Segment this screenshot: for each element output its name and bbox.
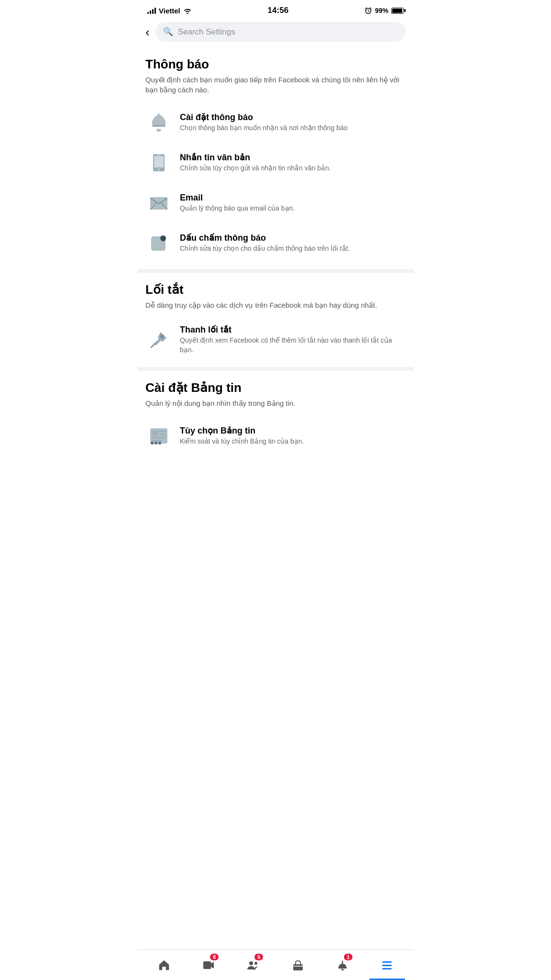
- status-bar: Viettel 14:56 99%: [138, 0, 413, 18]
- video-badge: 8: [210, 954, 219, 960]
- svg-rect-5: [154, 156, 164, 167]
- time-label: 14:56: [268, 6, 288, 15]
- setting-info-nhan-tin-van-ban: Nhắn tin văn bản Chỉnh sửa tùy chọn gửi …: [180, 152, 406, 173]
- friends-tab-icon: [247, 959, 259, 971]
- alarm-icon: [364, 7, 372, 14]
- bell-icon: [145, 109, 172, 136]
- svg-rect-16: [159, 431, 165, 432]
- badge-icon: [145, 230, 172, 256]
- divider-2: [138, 367, 413, 371]
- notifications-tab-icon: [336, 959, 349, 971]
- svg-point-18: [151, 442, 154, 445]
- svg-point-19: [154, 442, 157, 445]
- setting-name-dau-cham: Dấu chấm thông báo: [180, 233, 406, 243]
- divider-1: [138, 269, 413, 273]
- setting-item-dau-cham[interactable]: Dấu chấm thông báo Chỉnh sửa tùy chọn ch…: [145, 223, 406, 263]
- svg-rect-12: [150, 428, 167, 444]
- section-thong-bao-title: Thông báo: [145, 57, 406, 72]
- setting-name-email: Email: [180, 193, 406, 203]
- signal-icon: [147, 7, 156, 14]
- status-right: 99%: [364, 7, 404, 14]
- setting-info-dau-cham: Dấu chấm thông báo Chỉnh sửa tùy chọn ch…: [180, 233, 406, 254]
- home-tab-icon: [158, 959, 170, 971]
- section-bang-tin-title: Cài đặt Bảng tin: [145, 380, 406, 395]
- setting-name-thanh-loi-tat: Thanh lối tắt: [180, 324, 406, 335]
- setting-name-tuy-chon-bang-tin: Tùy chọn Bảng tin: [180, 425, 406, 436]
- svg-rect-13: [152, 431, 158, 435]
- svg-point-20: [158, 442, 161, 445]
- back-button[interactable]: ‹: [145, 26, 150, 38]
- section-loi-tat-desc: Dễ dàng truy cập vào các dịch vụ trên Fa…: [145, 300, 406, 310]
- setting-name-cai-dat-thong-bao: Cài đặt thông báo: [180, 112, 406, 122]
- tab-marketplace[interactable]: [276, 950, 320, 980]
- newsfeed-icon: [145, 423, 172, 449]
- phone-icon: [145, 149, 172, 176]
- setting-item-cai-dat-thong-bao[interactable]: Cài đặt thông báo Chọn thông báo bạn muố…: [145, 102, 406, 143]
- pin-icon: [145, 326, 172, 353]
- setting-item-thanh-loi-tat[interactable]: Thanh lối tắt Quyết định xem Facebook có…: [145, 318, 406, 361]
- setting-sub-nhan-tin-van-ban: Chỉnh sửa tùy chọn gửi và nhận tin nhắn …: [180, 164, 406, 173]
- setting-item-nhan-tin-van-ban[interactable]: Nhắn tin văn bản Chỉnh sửa tùy chọn gửi …: [145, 143, 406, 183]
- svg-point-11: [160, 334, 164, 338]
- svg-rect-30: [382, 968, 392, 969]
- search-header: ‹ 🔍 Search Settings: [138, 18, 413, 47]
- search-placeholder: Search Settings: [178, 27, 235, 37]
- svg-rect-28: [382, 961, 392, 963]
- svg-rect-21: [203, 961, 211, 969]
- section-bang-tin-desc: Quản lý nội dung bạn nhìn thấy trong Bản…: [145, 398, 406, 408]
- setting-sub-cai-dat-thong-bao: Chọn thông báo bạn muốn nhận và nơi nhận…: [180, 123, 406, 133]
- battery-icon: [391, 8, 404, 14]
- svg-rect-15: [152, 440, 162, 441]
- svg-rect-7: [157, 155, 161, 156]
- svg-point-10: [160, 235, 166, 241]
- svg-rect-14: [152, 437, 165, 438]
- search-bar[interactable]: 🔍 Search Settings: [155, 22, 406, 42]
- section-thong-bao-desc: Quyết định cách bạn muốn giao tiếp trên …: [145, 75, 406, 95]
- setting-info-tuy-chon-bang-tin: Tùy chọn Bảng tin Kiểm soát và tùy chỉnh…: [180, 425, 406, 446]
- setting-sub-tuy-chon-bang-tin: Kiểm soát và tùy chỉnh Bảng tin của bạn.: [180, 437, 406, 446]
- setting-sub-thanh-loi-tat: Quyết định xem Facebook có thể thêm lối …: [180, 336, 406, 355]
- status-left: Viettel: [147, 7, 192, 15]
- wifi-icon: [183, 7, 192, 14]
- setting-sub-email: Quản lý thông báo qua email của bạn.: [180, 204, 406, 213]
- tab-menu[interactable]: [365, 950, 409, 980]
- section-bang-tin: Cài đặt Bảng tin Quản lý nội dung bạn nh…: [138, 371, 413, 456]
- notifications-badge: 1: [344, 954, 353, 960]
- setting-info-cai-dat-thong-bao: Cài đặt thông báo Chọn thông báo bạn muố…: [180, 112, 406, 133]
- setting-item-tuy-chon-bang-tin[interactable]: Tùy chọn Bảng tin Kiểm soát và tùy chỉnh…: [145, 416, 406, 456]
- friends-badge: 5: [254, 954, 263, 960]
- setting-name-nhan-tin-van-ban: Nhắn tin văn bản: [180, 152, 406, 163]
- tab-bar: 8 5 1: [138, 949, 413, 980]
- setting-info-email: Email Quản lý thông báo qua email của bạ…: [180, 193, 406, 213]
- setting-item-email[interactable]: Email Quản lý thông báo qua email của bạ…: [145, 183, 406, 223]
- email-icon: [145, 189, 172, 216]
- search-icon: 🔍: [163, 27, 173, 37]
- tab-video[interactable]: 8: [186, 950, 231, 980]
- svg-rect-26: [338, 967, 347, 969]
- setting-sub-dau-cham: Chỉnh sửa tùy chọn cho dấu chấm thông bá…: [180, 244, 406, 254]
- section-loi-tat: Lối tắt Dễ dàng truy cập vào các dịch vụ…: [138, 273, 413, 361]
- svg-rect-24: [293, 964, 303, 970]
- tab-notifications[interactable]: 1: [320, 950, 364, 980]
- svg-point-6: [158, 168, 160, 170]
- main-content: Thông báo Quyết định cách bạn muốn giao …: [138, 47, 413, 494]
- tab-friends[interactable]: 5: [231, 950, 276, 980]
- video-tab-icon: [202, 959, 215, 971]
- carrier-label: Viettel: [159, 7, 180, 15]
- svg-rect-2: [152, 125, 165, 127]
- battery-label: 99%: [375, 7, 388, 14]
- marketplace-tab-icon: [292, 959, 304, 971]
- tab-home[interactable]: [142, 950, 186, 980]
- svg-point-23: [254, 962, 257, 965]
- setting-info-thanh-loi-tat: Thanh lối tắt Quyết định xem Facebook có…: [180, 324, 406, 355]
- svg-point-22: [249, 961, 253, 965]
- section-thong-bao: Thông báo Quyết định cách bạn muốn giao …: [138, 47, 413, 263]
- svg-rect-29: [382, 965, 392, 966]
- menu-tab-icon: [381, 959, 393, 971]
- svg-point-1: [156, 129, 161, 132]
- section-loi-tat-title: Lối tắt: [145, 282, 406, 297]
- svg-rect-17: [159, 434, 165, 435]
